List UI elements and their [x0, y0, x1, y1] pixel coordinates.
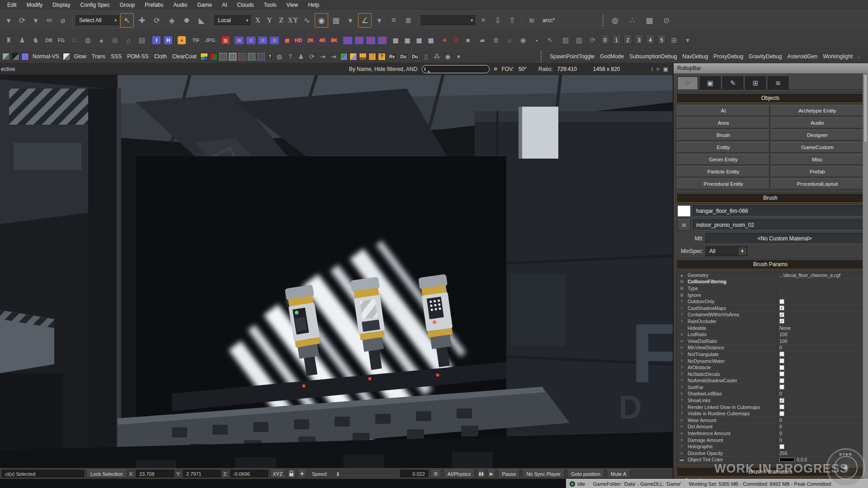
menu-item[interactable]: Clouds	[232, 1, 258, 9]
menu-item[interactable]: Game	[193, 1, 217, 9]
param-value[interactable]	[777, 404, 862, 410]
search-input[interactable]	[427, 66, 491, 72]
param-row[interactable]: ? Visible in Runtime Cubemaps	[677, 410, 862, 417]
param-row[interactable]: ? NotTriangulate	[677, 351, 862, 358]
toolbar-item[interactable]: S3	[366, 37, 375, 44]
param-row[interactable]: ? Render Linked Glow in Cubemaps	[677, 404, 862, 411]
toolbar-item[interactable]: ▦	[391, 35, 401, 46]
material-toolbar-item[interactable]: Du	[410, 53, 420, 60]
material-toolbar-item[interactable]	[21, 53, 29, 61]
toolbar-item[interactable]: ⊞	[668, 35, 680, 46]
speed-slider[interactable]	[330, 471, 398, 477]
material-toolbar-item[interactable]: ?	[378, 53, 386, 61]
toolbar-icon[interactable]: ◍	[608, 13, 622, 28]
param-value[interactable]	[777, 378, 862, 384]
param-checkbox[interactable]	[779, 398, 784, 403]
object-type-button[interactable]: Geom Entity	[677, 154, 769, 165]
debug-toggle[interactable]: SubsumptionDebug	[629, 53, 677, 60]
toolbar-item[interactable]: ▾	[682, 35, 693, 46]
material-toolbar-item[interactable]	[200, 53, 208, 61]
param-checkbox[interactable]	[779, 404, 784, 409]
y-coordinate[interactable]: 2.7971	[183, 470, 221, 478]
param-checkbox[interactable]	[779, 312, 784, 317]
debug-toggle[interactable]: GodMode	[600, 53, 624, 60]
material-toolbar-item[interactable]	[219, 53, 227, 61]
toolbar-item[interactable]: 2K	[306, 37, 315, 44]
viewport-3d[interactable]: F D AEG	[0, 75, 673, 488]
param-row[interactable]: n Dissolve Opacity 255	[677, 450, 862, 457]
toolbar-icon[interactable]: ∿	[300, 13, 314, 28]
toolbar-icon[interactable]: ≣	[401, 13, 415, 28]
toolbar-item[interactable]: ▦	[283, 37, 291, 44]
toolbar-item[interactable]: ▦	[414, 35, 424, 46]
toolbar-item[interactable]: ≣	[490, 35, 502, 46]
material-toolbar-item[interactable]	[359, 53, 367, 61]
material-toolbar-item[interactable]: ⇥	[318, 52, 328, 61]
rollupbar-title[interactable]: RollupBar	[674, 63, 868, 74]
brush-name-field[interactable]: hangar_floor_6m-066	[693, 206, 863, 216]
object-type-button[interactable]: Audio	[771, 117, 863, 128]
material-toolbar-item[interactable]: ClearCoat	[170, 52, 199, 61]
menu-item[interactable]: Config Spec	[75, 1, 114, 9]
param-checkbox[interactable]	[779, 378, 784, 383]
toolbar-item[interactable]: ▦	[235, 37, 244, 44]
object-type-button[interactable]: Procedural Entity	[677, 178, 769, 189]
toolbar-item[interactable]: ▥	[246, 37, 255, 44]
toolbar-item[interactable]: ▤	[258, 37, 267, 44]
debug-toggle[interactable]: GravityDebug	[749, 53, 782, 60]
xyz-toggle[interactable]: XYZ	[270, 469, 285, 478]
param-row[interactable]: n MinViewDistance 0	[677, 345, 862, 352]
rollupbar-tab[interactable]: ⊞	[745, 76, 766, 89]
toolbar-item[interactable]: ◎	[109, 35, 121, 46]
toolbar-item[interactable]: ↖	[544, 35, 556, 46]
toolbar-item[interactable]: S2	[355, 37, 363, 44]
param-checkbox[interactable]	[779, 371, 784, 376]
debug-toggle[interactable]: SpawnPointToggle	[550, 53, 594, 60]
toolbar-item[interactable]: JPG	[203, 35, 217, 46]
param-value[interactable]	[777, 384, 862, 390]
menu-item[interactable]: AI	[217, 1, 231, 9]
x-coordinate[interactable]: 23.708	[136, 470, 174, 478]
param-value[interactable]	[777, 351, 862, 357]
object-type-button[interactable]: AI	[677, 105, 769, 116]
tool-button[interactable]: ✚	[135, 13, 149, 28]
toolbar-item[interactable]: 4	[646, 36, 655, 45]
toolbar-item[interactable]: 3	[635, 36, 643, 45]
speed-value[interactable]: 0.022	[400, 470, 428, 478]
rollupbar-tab[interactable]: ✎	[722, 76, 743, 89]
param-value[interactable]: 0,0,0	[777, 457, 862, 463]
drag-handle[interactable]	[540, 51, 542, 62]
material-toolbar-item[interactable]: POM-SS	[125, 52, 151, 61]
toolbar-item[interactable]: ■	[463, 35, 473, 46]
param-row[interactable]: n LodRatio 100	[677, 331, 862, 338]
object-type-button[interactable]: Prefab	[771, 166, 863, 177]
toolbar-item[interactable]: 1	[612, 36, 621, 45]
object-type-button[interactable]: Entity	[677, 142, 769, 153]
tool-button[interactable]: ↖	[120, 13, 134, 28]
param-row[interactable]: ? NoAmnbShadowCaster	[677, 378, 862, 385]
toolbar-item[interactable]: ●	[439, 35, 449, 46]
tool-button[interactable]: ☻	[180, 13, 193, 28]
param-value[interactable]: 0	[777, 424, 862, 430]
no-sync-player-button[interactable]: No Sync Player	[522, 469, 565, 478]
toolbar-icon[interactable]: ⟳	[15, 13, 29, 28]
param-value[interactable]	[777, 371, 862, 377]
rollupbar-tab[interactable]: ▣	[700, 76, 721, 89]
toolbar-icon[interactable]: ∴	[625, 13, 639, 28]
param-value[interactable]: 100	[777, 338, 862, 344]
param-value[interactable]	[777, 443, 862, 450]
ai-physics-button[interactable]: AI/Physics	[443, 469, 475, 478]
param-value[interactable]: 0	[777, 437, 862, 443]
material-toolbar-item[interactable]	[248, 53, 255, 61]
param-value[interactable]	[793, 279, 862, 285]
named-selection-dropdown[interactable]: ▾	[421, 15, 475, 25]
material-toolbar-item[interactable]	[63, 53, 71, 61]
layers-icon[interactable]: ≋	[525, 13, 538, 28]
toolbar-item[interactable]: S1	[343, 37, 352, 44]
param-checkbox[interactable]	[779, 411, 784, 416]
toolbar-item[interactable]: ▨	[222, 36, 230, 44]
debug-toggle[interactable]: AsteroidGen	[787, 53, 817, 60]
toolbar-icon[interactable]: ∞	[42, 13, 56, 28]
toolbar-item[interactable]: ⊘	[451, 35, 461, 46]
tool-button[interactable]: ⟳	[150, 13, 164, 28]
